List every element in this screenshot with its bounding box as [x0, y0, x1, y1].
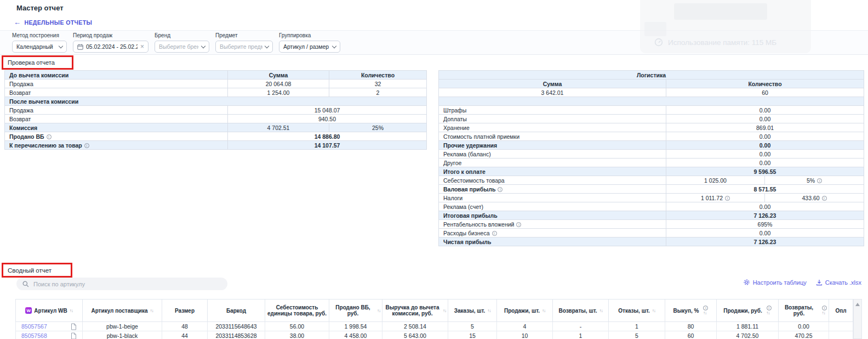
column-header-content: Возвраты, шт.↑↓ [555, 308, 607, 314]
column-header-2[interactable]: Артикул поставщика↑↓ [83, 300, 162, 322]
filter-field-period-daterange: Период продаж05.02.2024 - 25.02.2024× [73, 32, 149, 53]
sort-icon[interactable]: ↑↓ [542, 308, 545, 313]
info-icon[interactable]: i [84, 143, 89, 148]
memory-gauge-icon [654, 38, 663, 47]
column-header-14[interactable]: Возвраты, руб.i↑↓ [779, 300, 829, 322]
column-header-label: Себестоимость единицы товара, руб. [267, 304, 327, 317]
filter-brand-select[interactable]: Выберите бренды [155, 41, 209, 53]
info-icon[interactable]: i [498, 187, 502, 192]
table-cell: Хранение [439, 123, 666, 132]
table-cell: 2033115648643 [208, 322, 265, 331]
clear-icon[interactable]: × [140, 43, 144, 50]
table-cell: К перечислению за товарi [5, 141, 228, 150]
sort-icon[interactable]: ↑↓ [822, 311, 825, 315]
sort-icon[interactable]: ↑↓ [443, 308, 446, 313]
table-cell: 80 [665, 322, 717, 331]
table-cell: Комиссия [5, 123, 228, 132]
sort-icon[interactable]: ↑↓ [766, 311, 769, 315]
table-cell: Продано ВБi [5, 132, 228, 141]
table-cell: Себестоимость товара [439, 176, 666, 185]
table-cell: 4 702.50 [717, 331, 779, 339]
column-header-7[interactable]: Выручка до вычета комиссии, руб.↑↓ [382, 300, 448, 322]
column-header-10[interactable]: Возвраты, шт.↑↓ [553, 300, 609, 322]
filter-subject-select[interactable]: Выберите предм... [215, 41, 273, 53]
sort-icon[interactable]: ↑↓ [599, 308, 603, 313]
filter-label: Бренд [155, 32, 209, 38]
table-row: Итоговая прибыль7 126.23 [439, 211, 864, 220]
info-icon[interactable]: i [822, 306, 827, 310]
configure-table-button[interactable]: Настроить таблицу [743, 279, 807, 286]
logistics-table-container: ЛогистикаСуммаКоличество3 642.0160Штрафы… [438, 70, 864, 246]
annotation-box-report-check: Проверка отчета [2, 55, 73, 70]
column-header-6[interactable]: Продано ВБ, руб.↑↓ [329, 300, 382, 322]
info-icon[interactable]: i [492, 231, 497, 236]
document-icon[interactable] [71, 332, 77, 339]
document-icon[interactable] [71, 323, 77, 330]
table-row: До вычета комиссииСуммаКоличество [5, 71, 427, 80]
back-link[interactable]: ← НЕДЕЛЬНЫЕ ОТЧЕТЫ [14, 18, 92, 26]
wb-logo-icon: W [25, 307, 32, 314]
sort-icon[interactable]: ↑↓ [652, 308, 655, 313]
table-cell: Рентабельность вложенийi [439, 220, 666, 229]
vertical-scrollbar[interactable] [853, 299, 862, 339]
column-header-11[interactable]: Отказы, шт.↑↓ [609, 300, 665, 322]
chevron-down-icon [59, 43, 63, 48]
table-cell: Налоги [439, 194, 666, 202]
column-header-label: Артикул поставщика [91, 308, 147, 314]
column-header-content: Баркод [209, 308, 263, 314]
ghost-skeleton [674, 3, 767, 20]
scroll-up-arrow-icon[interactable] [855, 303, 860, 306]
page-title: Мастер отчет [16, 4, 64, 12]
column-header-8[interactable]: Заказы, шт.↑↓ [448, 300, 497, 322]
sort-icon[interactable]: ↑↓ [377, 308, 380, 313]
table-cell: 4 [497, 322, 553, 331]
table-row: 85057567pbw-1-beige48203311564864356.001… [16, 322, 853, 331]
info-icon[interactable]: i [516, 222, 521, 227]
table-row: Комиссия4 702.5125% [5, 123, 427, 132]
column-header-1[interactable]: WАртикул WB↑↓ [16, 300, 83, 322]
sort-icon[interactable]: ↑↓ [70, 308, 73, 313]
filter-period-daterange[interactable]: 05.02.2024 - 25.02.2024× [73, 41, 149, 53]
back-link-label: НЕДЕЛЬНЫЕ ОТЧЕТЫ [24, 19, 92, 26]
table-cell: 0.00 [666, 132, 864, 141]
info-icon[interactable]: i [703, 306, 708, 310]
table-cell: pbw-1-black [83, 331, 162, 339]
table-cell: 1 025.00 [666, 176, 765, 185]
download-xlsx-button[interactable]: Скачать .xlsx [816, 279, 861, 286]
search-input[interactable] [33, 281, 221, 287]
column-header-12[interactable]: Выкуп, %i↑↓ [665, 300, 717, 322]
summary-header-row: WАртикул WB↑↓Артикул поставщика↑↓РазмерБ… [16, 300, 853, 322]
column-header-13[interactable]: Продажи, руб.i↑↓ [717, 300, 779, 322]
table-cell [439, 97, 864, 106]
table-row: Расходы бизнесаi0.00 [439, 229, 864, 238]
table-cell: 1 881.11 [717, 322, 779, 331]
table-actions: Настроить таблицу Скачать .xlsx [743, 279, 861, 286]
info-icon[interactable]: i [47, 134, 52, 139]
table-row: 3 642.0160 [439, 88, 864, 97]
table-cell: 8 571.55 [666, 185, 864, 194]
filter-grouping-select[interactable]: Артикул / размер [279, 41, 340, 53]
table-cell: 14 107.57 [228, 141, 427, 150]
info-icon[interactable]: i [725, 196, 730, 201]
table-row: Налоги1 011.72i433.60i [439, 194, 864, 202]
info-icon[interactable]: i [822, 196, 827, 201]
table-cell: 4 458.00 [329, 331, 382, 339]
logistics-table: ЛогистикаСуммаКоличество3 642.0160Штрафы… [438, 70, 864, 246]
sort-icon[interactable]: ↑↓ [150, 308, 153, 313]
table-cell: 1 254.00 [228, 88, 329, 97]
back-arrow-icon: ← [14, 18, 21, 26]
memory-usage-row: Использование памяти: 115 МБ [654, 38, 776, 47]
article-link[interactable]: 85057567 [21, 323, 47, 330]
table-cell: 0.00 [666, 159, 864, 167]
column-header-5: Себестоимость единицы товара, руб. [265, 300, 329, 322]
sort-icon[interactable]: ↑↓ [703, 311, 706, 315]
column-header-9[interactable]: Продажи, шт.↑↓ [497, 300, 553, 322]
filter-method-select[interactable]: Календарный [12, 41, 67, 53]
article-link[interactable]: 85057568 [21, 332, 47, 339]
article-search[interactable] [16, 278, 227, 290]
sort-icon[interactable]: ↑↓ [487, 308, 490, 313]
table-row: Стоимость платной приемки0.00 [439, 132, 864, 141]
table-cell: 470.25 [779, 331, 829, 339]
info-icon[interactable]: i [817, 178, 822, 183]
info-icon[interactable]: i [767, 306, 772, 310]
